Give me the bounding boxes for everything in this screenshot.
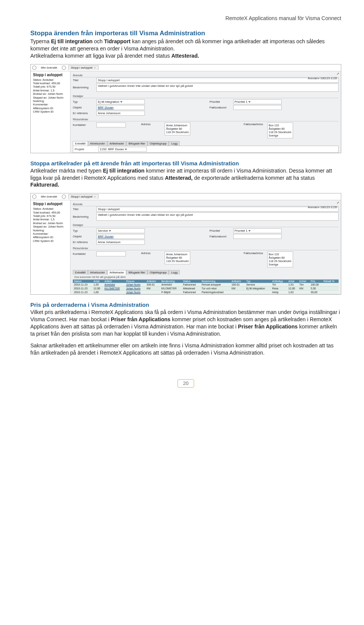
- table-cell: [298, 291, 309, 294]
- table-header[interactable]: Benämning: [160, 280, 182, 283]
- close-icon[interactable]: ×: [94, 195, 96, 198]
- table-cell: Rensat avloppet: [201, 283, 231, 287]
- table-cell: Tur och retur: [201, 287, 231, 291]
- reference-input[interactable]: Anna Johansson: [96, 240, 145, 245]
- screenshot-1: Min översikt Stopp i avloppet× Stopp i a…: [30, 64, 341, 153]
- chevron-down-icon: [125, 149, 127, 150]
- table-header[interactable]: Typ: [245, 280, 271, 283]
- table-row[interactable]: 2010-11-231,50ArbetstidJohan Norin330-01…: [73, 283, 339, 287]
- table-cell: KILOMETER: [103, 287, 125, 291]
- subtab-arbetsorder[interactable]: Arbetsorder: [88, 270, 107, 275]
- subtab-logg[interactable]: Logg: [169, 141, 180, 146]
- object-link[interactable]: BRF Duvan: [96, 105, 145, 110]
- table-header[interactable]: Datum: [73, 280, 92, 283]
- table-header[interactable]: Rabatt %: [322, 280, 339, 283]
- table-cell: Johan Norin: [125, 291, 146, 294]
- table-cell: Arbetstid: [103, 283, 125, 287]
- subtab-artikelrader[interactable]: Artikelrader: [107, 141, 126, 146]
- side-panel: Stopp i avloppet Status: Avslutad Total …: [31, 200, 71, 294]
- table-cell: 5,50: [309, 287, 322, 291]
- subtab-objektsgrupp[interactable]: Objektsgrupp: [147, 141, 169, 146]
- close-icon[interactable]: ×: [94, 66, 96, 69]
- table-row[interactable]: 2010-11-231,00Johan NorinP-BiljettFaktur…: [73, 291, 339, 294]
- invoice-address-box: Box 122Åsögatan 80118 29 StockholmSverig…: [267, 122, 293, 138]
- table-cell: Johan Norin: [125, 287, 146, 291]
- table-cell: Ej till integration: [245, 287, 271, 291]
- subtab-logg[interactable]: Logg: [169, 270, 180, 275]
- table-cell: [103, 291, 125, 294]
- table-cell: [322, 283, 339, 287]
- title-input[interactable]: Stopp i avloppet: [96, 78, 339, 83]
- table-cell: 1,03: [287, 291, 298, 294]
- description-input[interactable]: Vattnet i golvbrunnen rinner inte undan …: [96, 212, 339, 221]
- table-header[interactable]: Resurs: [125, 280, 146, 283]
- table-cell: Inköp: [271, 291, 287, 294]
- invoice-customer-input[interactable]: [233, 234, 282, 239]
- tab-case[interactable]: Stopp i avloppet×: [68, 65, 99, 70]
- table-cell: Tid: [271, 283, 287, 287]
- screenshot-2: Min översikt Stopp i avloppet× Stopp i a…: [30, 193, 341, 295]
- subtab-artikelrader[interactable]: Artikelrader: [107, 270, 126, 275]
- table-cell: [230, 291, 245, 294]
- reference-input[interactable]: Anna Johansson: [96, 111, 145, 116]
- table-header[interactable]: Antal: [92, 280, 103, 283]
- table-header[interactable]: Enhet: [298, 280, 309, 283]
- project-select[interactable]: 1152: BRF Duvan: [98, 147, 147, 152]
- table-cell: 12,00: [92, 287, 103, 291]
- tab-case[interactable]: Stopp i avloppet×: [68, 194, 99, 199]
- section3-para2: Saknar artikelraden ett artikelnummer el…: [30, 342, 341, 356]
- table-cell: 2010-11-23: [73, 287, 92, 291]
- table-cell: 1,50: [92, 283, 103, 287]
- case-title: Stopp i avloppet: [33, 73, 68, 77]
- table-header[interactable]: Status: [182, 280, 201, 283]
- section1-title: Stoppa ärenden från importeras till Vism…: [30, 30, 341, 37]
- table-header[interactable]: Antal: [287, 280, 298, 283]
- table-cell: 330-01: [145, 283, 160, 287]
- type-select[interactable]: Service: [96, 228, 145, 233]
- subtab-extrafalt[interactable]: Extrafält: [73, 141, 88, 146]
- table-cell: [322, 291, 339, 294]
- contacts-input[interactable]: [96, 122, 126, 127]
- table-cell: 1,00: [92, 291, 103, 294]
- address-box: Anna JohanssonÅsögatan 80118 29 Stockhol…: [165, 251, 190, 264]
- table-header[interactable]: Pris: [309, 280, 322, 283]
- page-number: 20: [30, 379, 341, 388]
- object-link[interactable]: BRF Duvan: [96, 234, 145, 239]
- table-cell: Johan Norin: [125, 283, 146, 287]
- contacts-input[interactable]: [96, 251, 126, 256]
- globe-icon: [32, 195, 36, 199]
- tab-overview[interactable]: Min översikt: [39, 195, 60, 199]
- subtab-objektsgrupp[interactable]: Objektsgrupp: [147, 270, 169, 275]
- table-cell: Fakturerad: [182, 291, 201, 294]
- table-header[interactable]: Artikelnr: [230, 280, 245, 283]
- section3-title: Pris på orderraderna i Visma Administrat…: [30, 302, 341, 308]
- priority-select[interactable]: Prioritet 1: [233, 99, 282, 104]
- title-input[interactable]: Stopp i avloppet: [96, 207, 339, 212]
- table-cell: 1,53: [287, 283, 298, 287]
- globe-icon: [32, 66, 36, 70]
- table-cell: KM: [230, 287, 245, 291]
- invoice-customer-input[interactable]: [233, 105, 282, 110]
- invoice-address-box: Box 122Åsögatan 80118 29 StockholmSverig…: [267, 251, 293, 267]
- table-cell: 2010-11-23: [73, 283, 92, 287]
- table-cell: 100-01: [230, 283, 245, 287]
- subtab-bifogade[interactable]: Bifogade filer: [126, 270, 147, 275]
- priority-select[interactable]: Prioritet 1: [233, 228, 282, 233]
- main-panel: Ärende⤢ Ärendenr 100123-1135 TitelStopp …: [71, 200, 341, 294]
- table-header[interactable]: Artikelnr: [145, 280, 160, 283]
- subtab-bifogade[interactable]: Bifogade filer: [126, 141, 147, 146]
- globe-icon: [62, 66, 66, 70]
- table-header[interactable]: Artikeltyp: [271, 280, 287, 283]
- table-row[interactable]: 2010-11-2312,00KILOMETERJohan NorinKMKIL…: [73, 287, 339, 291]
- group-hint: Dra kolumner hit för att gruppera på dem: [73, 275, 339, 280]
- table-cell: 30,00: [309, 291, 322, 294]
- type-select[interactable]: Ej till integration: [96, 99, 145, 104]
- description-input[interactable]: Vattnet i golvbrunnen rinner inte undan …: [96, 83, 339, 92]
- table-cell: Tim: [298, 283, 309, 287]
- table-header[interactable]: Beskrivning: [201, 280, 231, 283]
- subtab-extrafalt[interactable]: Extrafält: [73, 270, 88, 275]
- subtab-arbetsorder[interactable]: Arbetsorder: [88, 141, 107, 146]
- tab-overview[interactable]: Min översikt: [39, 66, 60, 70]
- table-header[interactable]: Artikel: [103, 280, 125, 283]
- table-cell: Attesterad: [182, 287, 201, 291]
